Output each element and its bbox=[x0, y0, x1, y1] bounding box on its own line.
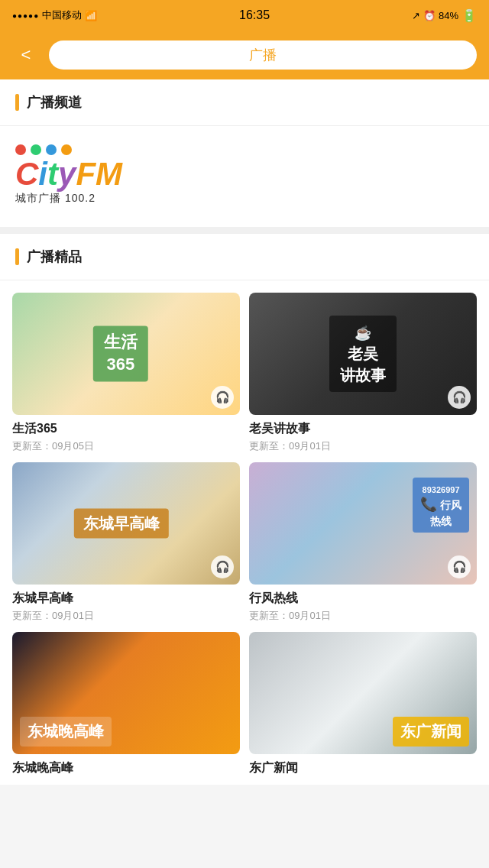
list-item[interactable]: 东广新闻 东广新闻 bbox=[249, 632, 477, 779]
headphone-btn-4[interactable]: 🎧 bbox=[448, 555, 471, 578]
item-title-1: 生活365 bbox=[12, 421, 240, 437]
logo-city-text: City bbox=[15, 158, 76, 190]
nav-bar: < 广播 bbox=[0, 31, 489, 79]
headphone-btn-2[interactable]: 🎧 bbox=[448, 386, 471, 409]
status-time: 16:35 bbox=[239, 8, 270, 22]
back-button[interactable]: < bbox=[12, 41, 40, 69]
wifi-icon: 📶 bbox=[85, 10, 97, 21]
item-title-2: 老吴讲故事 bbox=[249, 421, 477, 437]
thumbnail-5: 东城晚高峰 bbox=[12, 632, 240, 754]
logo-c: C bbox=[15, 156, 38, 192]
thumbnail-2: ☕老吴讲故事 🎧 bbox=[249, 293, 477, 415]
item-title-5: 东城晚高峰 bbox=[12, 760, 240, 776]
dot-green bbox=[31, 144, 41, 155]
featured-section-bar-accent bbox=[15, 248, 19, 265]
thumbnail-1: 生活365 🎧 bbox=[12, 293, 240, 415]
status-right: ↗ ⏰ 84% 🔋 bbox=[412, 8, 477, 23]
nav-title: 广播 bbox=[249, 46, 277, 64]
thumbnail-4: 89326997 📞 行风热线 🎧 bbox=[249, 462, 477, 585]
item-title-3: 东城早高峰 bbox=[12, 591, 240, 607]
list-item[interactable]: ☕老吴讲故事 🎧 老吴讲故事 更新至：09月01日 bbox=[249, 293, 477, 453]
thumb-label-5: 东城晚高峰 bbox=[20, 717, 112, 747]
list-item[interactable]: 89326997 📞 行风热线 🎧 行风热线 更新至：09月01日 bbox=[249, 462, 477, 623]
battery-label: 84% bbox=[439, 10, 458, 21]
featured-section-header: 广播精品 bbox=[0, 233, 489, 280]
item-update-4: 更新至：09月01日 bbox=[249, 609, 477, 623]
thumbnail-6: 东广新闻 bbox=[249, 632, 477, 754]
logo-fm: FM bbox=[76, 158, 122, 190]
featured-grid: 生活365 🎧 生活365 更新至：09月05日 ☕老吴讲故事 🎧 老吴讲故事 … bbox=[0, 280, 489, 785]
item-update-1: 更新至：09月05日 bbox=[12, 439, 240, 453]
item-update-3: 更新至：09月01日 bbox=[12, 609, 240, 623]
signal-dots: ●●●●● bbox=[12, 11, 39, 20]
thumb-label-6: 东广新闻 bbox=[393, 717, 469, 747]
logo-dots bbox=[15, 144, 72, 155]
list-item[interactable]: 东城早高峰 🎧 东城早高峰 更新至：09月01日 bbox=[12, 462, 240, 623]
headphone-btn-3[interactable]: 🎧 bbox=[211, 555, 234, 578]
logo-t: t bbox=[47, 156, 58, 192]
location-icon: ↗ bbox=[412, 10, 420, 21]
thumb-label-3: 东城早高峰 bbox=[74, 509, 169, 539]
city-fm-text: City FM bbox=[15, 158, 122, 190]
channel-section-title: 广播频道 bbox=[27, 93, 82, 112]
dot-red bbox=[15, 144, 26, 155]
featured-section-title: 广播精品 bbox=[27, 248, 82, 266]
list-item[interactable]: 生活365 🎧 生活365 更新至：09月05日 bbox=[12, 293, 240, 453]
channel-section-header: 广播频道 bbox=[0, 79, 489, 126]
nav-title-pill: 广播 bbox=[49, 40, 477, 70]
dot-yellow bbox=[61, 144, 72, 155]
battery-icon: 🔋 bbox=[461, 8, 477, 23]
thumbnail-3: 东城早高峰 🎧 bbox=[12, 462, 240, 585]
item-update-2: 更新至：09月01日 bbox=[249, 439, 477, 453]
thumb-label-1: 生活365 bbox=[93, 326, 148, 381]
thumb-label-2: ☕老吴讲故事 bbox=[329, 316, 397, 392]
status-left: ●●●●● 中国移动 📶 bbox=[12, 8, 97, 22]
dot-blue bbox=[46, 144, 57, 155]
carrier: 中国移动 bbox=[42, 8, 82, 22]
status-bar: ●●●●● 中国移动 📶 16:35 ↗ ⏰ 84% 🔋 bbox=[0, 0, 489, 31]
channel-block[interactable]: City FM 城市广播 100.2 bbox=[0, 126, 489, 233]
section-bar-accent bbox=[15, 94, 19, 111]
list-item[interactable]: 东城晚高峰 东城晚高峰 bbox=[12, 632, 240, 779]
city-fm-logo: City FM 城市广播 100.2 bbox=[15, 144, 474, 206]
logo-i: i bbox=[38, 156, 47, 192]
headphone-btn-1[interactable]: 🎧 bbox=[211, 386, 234, 409]
alarm-icon: ⏰ bbox=[423, 10, 436, 21]
item-title-4: 行风热线 bbox=[249, 591, 477, 607]
logo-y: y bbox=[58, 156, 76, 192]
thumb-label-4: 89326997 📞 行风热线 bbox=[413, 478, 469, 533]
logo-subtitle: 城市广播 100.2 bbox=[15, 192, 96, 206]
item-title-6: 东广新闻 bbox=[249, 760, 477, 776]
